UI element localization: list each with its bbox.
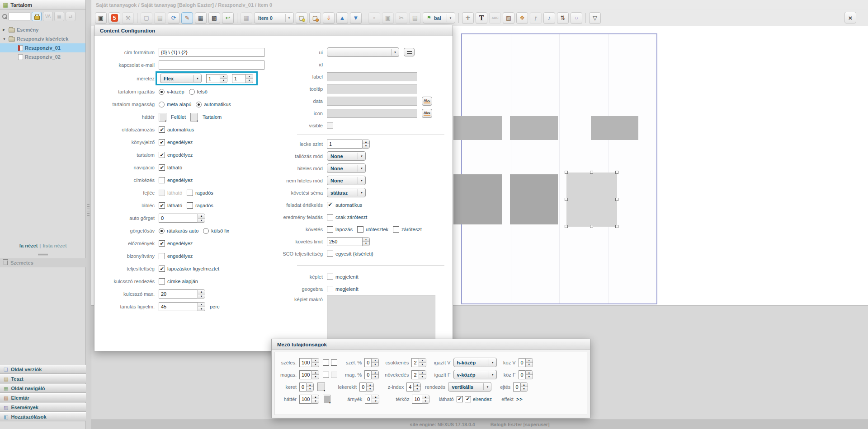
spin-up-icon[interactable]: ▲ <box>419 371 426 375</box>
spin-up-icon[interactable]: ▲ <box>372 395 379 399</box>
spin-up-icon[interactable]: ▲ <box>198 290 205 294</box>
spin-up-icon[interactable]: ▲ <box>419 359 426 363</box>
audio-button[interactable]: ♪ <box>543 12 555 24</box>
spin-up-icon[interactable]: ▲ <box>422 395 429 399</box>
tartalom-magassag-radio[interactable] <box>159 102 165 107</box>
script-button[interactable]: ⇅ <box>557 12 569 24</box>
tree-item[interactable]: Reszponziv_01 <box>0 43 85 52</box>
kovetes-checkbox[interactable] <box>327 226 333 233</box>
cimkezes-checkbox[interactable] <box>159 177 165 183</box>
szeles-spinner[interactable]: 100▲▼ <box>299 358 319 367</box>
selection-handle[interactable] <box>565 198 568 201</box>
arnyek-value[interactable]: 0 <box>365 395 372 404</box>
select-region-button[interactable]: ▢ <box>141 12 152 24</box>
magas-spinner[interactable]: 100▲▼ <box>299 370 319 379</box>
sidebar-panel-teszt[interactable]: ▤Teszt <box>0 374 86 383</box>
layout-box[interactable] <box>591 116 638 140</box>
spin-down-icon[interactable]: ▼ <box>307 387 313 391</box>
spin-up-icon[interactable]: ▲ <box>220 75 227 79</box>
spin-down-icon[interactable]: ▼ <box>312 362 319 367</box>
koz-f-value[interactable]: 0 <box>519 370 525 379</box>
terkoz-spinner[interactable]: 10▲▼ <box>412 395 429 404</box>
tree-item[interactable]: ▶Esemény <box>0 25 85 34</box>
nem-hiteles-mod-select[interactable]: None▼ <box>327 176 366 185</box>
spin-up-icon[interactable]: ▲ <box>198 214 205 218</box>
paste-button[interactable]: ▤ <box>409 12 421 24</box>
spin-up-icon[interactable]: ▲ <box>307 383 313 387</box>
feladat-ertekeles-checkbox[interactable]: ✔ <box>327 202 333 208</box>
window-button[interactable]: ▦ <box>195 12 207 24</box>
add-page-button[interactable]: ▢ <box>296 12 307 24</box>
selection-handle[interactable] <box>615 225 618 228</box>
igazit-v-select[interactable]: h-közép▼ <box>453 358 497 367</box>
sidebar-panel-elemt-r[interactable]: ▧Elemtár <box>0 393 86 402</box>
hatter-color-swatch[interactable] <box>159 113 166 121</box>
rendezes-select[interactable]: vertikális▼ <box>448 382 491 392</box>
szel-pct-spinner[interactable]: 0▲▼ <box>364 358 379 367</box>
html5-button[interactable]: 5 <box>108 12 120 24</box>
tartalom-igazitas-radio[interactable] <box>189 89 195 95</box>
konyvjelzo-checkbox[interactable]: ✔ <box>159 139 165 145</box>
koz-f-spinner[interactable]: 0▲▼ <box>519 370 533 379</box>
hiteles-mod-select[interactable]: None▼ <box>327 163 366 173</box>
chevron-down-icon[interactable]: ▼ <box>483 383 491 390</box>
spin-up-icon[interactable]: ▲ <box>363 238 369 242</box>
csokkenes-value[interactable]: 2 <box>411 358 418 367</box>
sidebar-panel-esem-nyek[interactable]: ▨Események <box>0 403 86 412</box>
hatter-spinner[interactable]: 100▲▼ <box>299 395 319 404</box>
spin-down-icon[interactable]: ▼ <box>220 78 227 83</box>
hatter-value[interactable]: 100 <box>299 395 311 404</box>
sidebar-grip[interactable] <box>38 253 48 256</box>
lathato-checkbox[interactable]: ✔ <box>457 396 463 402</box>
spin-down-icon[interactable]: ▼ <box>526 374 533 379</box>
spin-down-icon[interactable]: ▼ <box>312 374 319 379</box>
magas-a-checkbox[interactable] <box>323 372 329 378</box>
elozmenyek-checkbox[interactable]: ✔ <box>159 240 165 247</box>
teljesitettseg-checkbox[interactable]: ✔ <box>159 266 165 272</box>
back-button[interactable]: ↩ <box>222 12 234 24</box>
arnyek-spinner[interactable]: 0▲▼ <box>365 395 379 404</box>
expander-icon[interactable]: ▼ <box>3 37 7 41</box>
tartalom-igazitas-radio[interactable] <box>159 89 165 95</box>
selection-handle[interactable] <box>565 171 568 174</box>
chevron-down-icon[interactable]: ▼ <box>489 371 496 378</box>
spin-down-icon[interactable]: ▼ <box>198 294 205 298</box>
trash-dropzone[interactable]: Szemetes <box>0 258 86 267</box>
spin-up-icon[interactable]: ▲ <box>521 383 528 387</box>
lekerekit-value[interactable]: 0 <box>359 382 366 392</box>
spin-up-icon[interactable]: ▲ <box>312 395 319 399</box>
spin-up-icon[interactable]: ▲ <box>198 303 205 307</box>
palette-button[interactable]: ❖ <box>516 12 528 24</box>
tree-item[interactable]: ▼Reszponzív kísérletek <box>0 34 85 43</box>
move-up-button[interactable]: ▲ <box>336 12 348 24</box>
koz-v-spinner[interactable]: 0▲▼ <box>519 358 533 367</box>
layout-box[interactable] <box>510 174 558 224</box>
sidebar-panel-oldal-navig-l-[interactable]: ▦Oldal navigáló <box>0 384 86 393</box>
novekedes-spinner[interactable]: 2▲▼ <box>411 370 426 379</box>
spin-up-icon[interactable]: ▲ <box>414 383 420 387</box>
chevron-down-icon[interactable]: ▼ <box>193 75 201 82</box>
spin-down-icon[interactable]: ▼ <box>198 307 205 311</box>
kapcsolat-email-input[interactable] <box>159 61 264 70</box>
spin-down-icon[interactable]: ▼ <box>419 374 426 379</box>
layout-box[interactable] <box>453 116 502 140</box>
gorgetosav-radio[interactable] <box>159 228 165 234</box>
spin-up-icon[interactable]: ▲ <box>312 371 319 375</box>
lablec-checkbox[interactable]: ✔ <box>159 202 165 209</box>
kulcsszo-max-value[interactable]: 20 <box>159 289 198 298</box>
selection-handle[interactable] <box>565 225 568 228</box>
sidebar-panel-oldal-verzi-k[interactable]: ❏Oldal verziók <box>0 365 86 374</box>
geogebra-checkbox[interactable] <box>327 286 333 292</box>
spin-up-icon[interactable]: ▲ <box>363 140 369 144</box>
kovetesi-sema-select[interactable]: státusz▼ <box>327 188 366 197</box>
search-input[interactable] <box>9 13 30 20</box>
field-dialog-title-bar[interactable]: Mező tulajdonságok <box>272 339 590 350</box>
chevron-down-icon[interactable]: ▼ <box>447 14 454 22</box>
sidebar-splitter[interactable] <box>86 0 91 429</box>
close-button[interactable]: × <box>844 12 856 23</box>
formula-button[interactable]: ƒ <box>530 12 542 24</box>
text-button[interactable]: T <box>476 12 487 24</box>
elrendez-checkbox[interactable]: ✔ <box>465 396 471 402</box>
spin-up-icon[interactable]: ▲ <box>526 371 533 375</box>
chevron-down-icon[interactable]: ▼ <box>358 153 365 159</box>
